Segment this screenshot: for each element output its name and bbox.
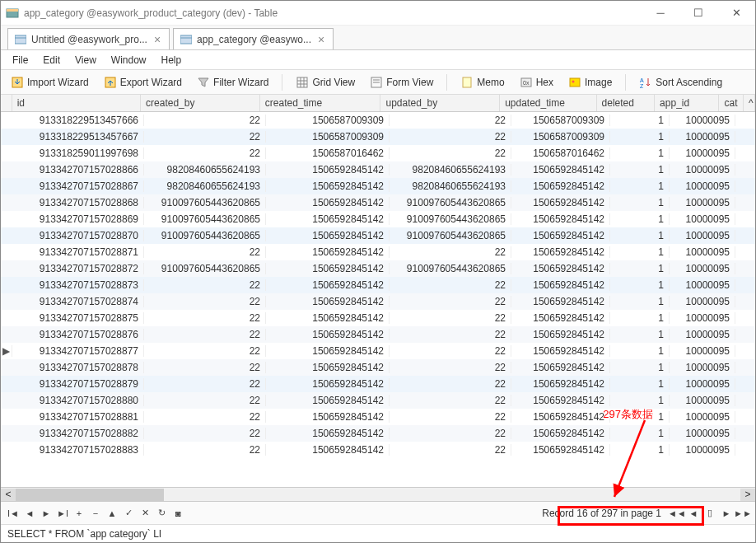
form-view-button[interactable]: Form View [365,73,438,91]
cell-app[interactable]: 10000095 [670,444,735,456]
cell-ct[interactable]: 1506592845142 [266,263,390,274]
nav-edit-icon[interactable]: ▲ [105,506,119,521]
table-row[interactable]: 9133182295134576662215065870093092215065… [1,112,755,129]
cell-ut[interactable]: 1506592845142 [511,180,610,192]
cell-ub[interactable]: 910097605443620865 [390,230,511,241]
cell-ub[interactable]: 22 [390,411,511,423]
page-last-icon[interactable]: ►► [735,506,750,521]
cell-ut[interactable]: 1506592845142 [511,345,610,357]
cell-del[interactable]: 1 [610,213,670,225]
cell-ut[interactable]: 1506592845142 [511,378,610,390]
cell-del[interactable]: 1 [610,279,670,291]
cell-ut[interactable]: 1506592845142 [511,428,610,439]
cell-ct[interactable]: 1506592845142 [266,444,390,456]
table-row[interactable]: 9133427071570288792215065928451422215065… [1,376,755,392]
table-row[interactable]: 9133427071570288832215065928451422215065… [1,442,755,458]
cell-cb[interactable]: 22 [144,395,266,406]
cell-ub[interactable]: 22 [390,395,511,406]
cell-cb[interactable]: 22 [144,279,266,291]
tab-untitled[interactable]: Untitled @easywork_pro... × [7,28,170,49]
cell-cb[interactable]: 22 [144,115,266,126]
cell-ct[interactable]: 1506592845142 [266,411,390,423]
cell-ub[interactable]: 910097605443620865 [390,197,511,208]
table-row[interactable]: 9133427071570288802215065928451422215065… [1,392,755,409]
cell-del[interactable]: 1 [610,180,670,192]
cell-app[interactable]: 10000095 [670,395,735,406]
cell-ub[interactable]: 22 [390,329,511,340]
cell-cb[interactable]: 22 [144,147,266,159]
cell-del[interactable]: 1 [610,444,670,456]
cell-del[interactable]: 1 [610,395,670,406]
menu-file[interactable]: File [6,53,35,68]
cell-app[interactable]: 10000095 [670,164,735,176]
cell-ut[interactable]: 1506592845142 [511,444,610,456]
table-row[interactable]: 9133427071570288782215065928451422215065… [1,359,755,376]
export-wizard-button[interactable]: Export Wizard [99,73,187,91]
cell-ct[interactable]: 1506592845142 [266,345,390,357]
cell-id[interactable]: 913318229513457667 [12,131,144,143]
cell-app[interactable]: 10000095 [670,428,735,439]
cell-ut[interactable]: 1506592845142 [511,296,610,307]
hex-button[interactable]: 0xHex [515,73,558,91]
cell-del[interactable]: 1 [610,131,670,143]
cell-cb[interactable]: 22 [144,444,266,456]
cell-cb[interactable]: 910097605443620865 [144,213,266,225]
cell-id[interactable]: 913342707157028881 [12,411,144,423]
cell-del[interactable]: 1 [610,345,670,357]
cell-ut[interactable]: 1506592845142 [511,197,610,208]
table-row[interactable]: 9133427071570288762215065928451422215065… [1,326,755,343]
cell-id[interactable]: 913342707157028872 [12,263,144,274]
cell-ut[interactable]: 1506587009309 [511,131,610,143]
cell-ct[interactable]: 1506592845142 [266,312,390,324]
col-cat[interactable]: cat [719,95,744,111]
cell-ub[interactable]: 22 [390,362,511,373]
cell-id[interactable]: 913342707157028878 [12,362,144,373]
cell-ub[interactable]: 910097605443620865 [390,213,511,225]
cell-app[interactable]: 10000095 [670,246,735,258]
nav-delete-icon[interactable]: − [88,506,103,521]
cell-ut[interactable]: 1506592845142 [511,312,610,324]
table-row[interactable]: 9133182590119976982215065870164622215065… [1,145,755,161]
cell-del[interactable]: 1 [610,312,670,324]
col-created-time[interactable]: created_time [260,95,381,111]
scroll-right-icon[interactable]: > [740,489,755,501]
cell-del[interactable]: 1 [610,246,670,258]
cell-ub[interactable]: 22 [390,296,511,307]
cell-id[interactable]: 913342707157028868 [12,197,144,208]
cell-id[interactable]: 913342707157028882 [12,428,144,439]
cell-del[interactable]: 1 [610,164,670,176]
table-row[interactable]: 9133427071570288822215065928451422215065… [1,425,755,442]
cell-ct[interactable]: 1506592845142 [266,246,390,258]
cell-app[interactable]: 10000095 [670,296,735,307]
nav-stop-icon[interactable]: ◙ [170,506,185,521]
cell-ub[interactable]: 22 [390,312,511,324]
cell-del[interactable]: 1 [610,230,670,241]
cell-ub[interactable]: 98208460655624193 [390,164,511,176]
table-row[interactable]: 9133427071570288732215065928451422215065… [1,277,755,293]
cell-app[interactable]: 10000095 [670,378,735,390]
cell-ct[interactable]: 1506587009309 [266,115,390,126]
tab-app-category[interactable]: app_category @easywo... × [173,28,334,49]
cell-ct[interactable]: 1506592845142 [266,213,390,225]
cell-del[interactable]: 1 [610,411,670,423]
table-row[interactable]: 9133182295134576672215065870093092215065… [1,129,755,145]
nav-commit-icon[interactable]: ✓ [121,506,136,521]
row-selector[interactable]: ▶ [1,345,12,357]
import-wizard-button[interactable]: Import Wizard [6,73,94,91]
cell-del[interactable]: 1 [610,263,670,274]
cell-cb[interactable]: 98208460655624193 [144,164,266,176]
table-row[interactable]: 9133427071570288689100976054436208651506… [1,194,755,211]
table-row[interactable]: 9133427071570288752215065928451422215065… [1,310,755,326]
cell-id[interactable]: 913342707157028871 [12,246,144,258]
cell-ut[interactable]: 1506592845142 [511,395,610,406]
cell-cb[interactable]: 22 [144,329,266,340]
cell-ct[interactable]: 1506587009309 [266,131,390,143]
col-created-by[interactable]: created_by [141,95,260,111]
cell-cb[interactable]: 910097605443620865 [144,230,266,241]
maximize-button[interactable]: ☐ [679,1,717,26]
cell-app[interactable]: 10000095 [670,180,735,192]
table-row[interactable]: ▶913342707157028877221506592845142221506… [1,343,755,359]
image-button[interactable]: Image [563,73,617,91]
cell-cb[interactable]: 22 [144,345,266,357]
cell-id[interactable]: 913342707157028866 [12,164,144,176]
